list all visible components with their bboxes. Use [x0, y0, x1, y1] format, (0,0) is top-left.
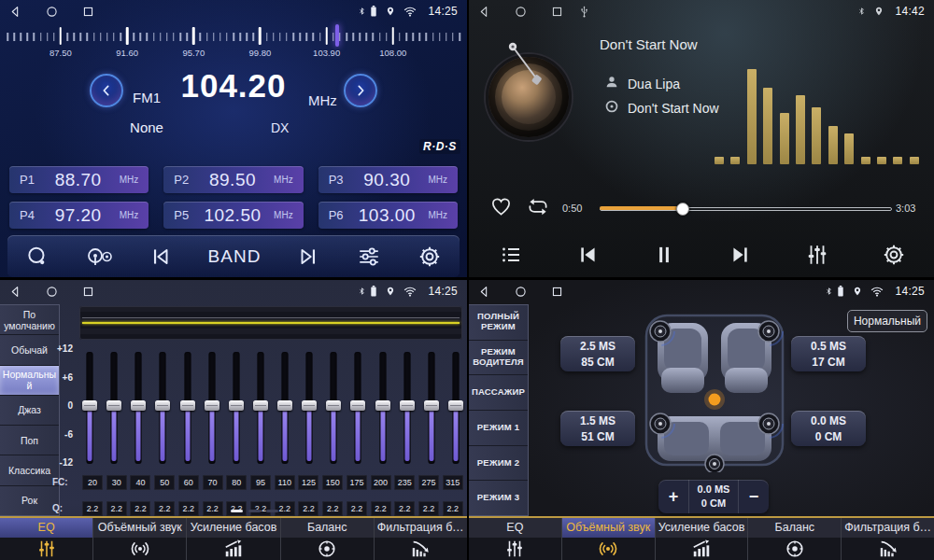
listener-position-dot[interactable]	[709, 394, 721, 406]
eq-band-slider[interactable]	[326, 352, 341, 464]
tab-bass-boost[interactable]: Усиление басов	[655, 518, 748, 560]
soundfield-mode-item[interactable]: РЕЖИМ 1	[469, 411, 528, 446]
eq-slider-thumb[interactable]	[106, 400, 121, 411]
tab-eq[interactable]: EQ	[0, 518, 92, 560]
favorite-button[interactable]	[489, 196, 513, 220]
eq-band-slider[interactable]	[131, 352, 146, 464]
frequency-tick	[366, 33, 368, 41]
tab-filter[interactable]: Фильтрация басов	[374, 518, 467, 560]
back-button[interactable]	[9, 6, 21, 18]
soundfield-mode-item[interactable]: РЕЖИМ ВОДИТЕЛЯ	[469, 341, 528, 376]
audio-settings-button[interactable]	[356, 245, 382, 269]
eq-slider-thumb[interactable]	[400, 400, 415, 411]
eq-band-slider[interactable]	[180, 352, 195, 464]
scan-button[interactable]	[25, 245, 50, 269]
eq-slider-thumb[interactable]	[180, 400, 195, 411]
preset-unit: MHz	[423, 175, 447, 185]
previous-station-button[interactable]	[149, 245, 173, 269]
eq-slider-thumb[interactable]	[277, 400, 292, 411]
radio-frequency-scale[interactable]: 87.5091.6095.7099.80103.90108.00	[7, 24, 460, 58]
increase-delay-button[interactable]: +	[658, 480, 688, 513]
front-right-delay-button[interactable]: 0.5 MS 17 CM	[791, 336, 866, 371]
pause-button[interactable]	[652, 243, 676, 267]
eq-slider-thumb[interactable]	[448, 400, 463, 411]
decrease-delay-button[interactable]: −	[739, 480, 769, 513]
eq-slider-thumb[interactable]	[82, 400, 97, 411]
tab-surround-sound[interactable]: Объёмный звук	[561, 518, 655, 560]
settings-button[interactable]	[417, 245, 442, 269]
eq-band-slider[interactable]	[277, 352, 292, 464]
home-button[interactable]	[515, 286, 527, 298]
preset-p5[interactable]: P5102.50MHz	[163, 202, 303, 229]
equalizer-button[interactable]	[805, 243, 829, 267]
tab-bass-boost[interactable]: Усиление басов	[186, 518, 279, 560]
next-station-button[interactable]	[296, 245, 320, 269]
tab-balance[interactable]: Баланс	[280, 518, 374, 560]
eq-band-slider[interactable]	[350, 352, 365, 464]
tab-filter[interactable]: Фильтрация басов	[841, 518, 934, 560]
eq-band-slider[interactable]	[448, 352, 463, 464]
eq-band-slider[interactable]	[82, 352, 97, 464]
preset-p4[interactable]: P497.20MHz	[9, 202, 149, 229]
repeat-button[interactable]	[525, 196, 551, 220]
seek-bar[interactable]	[600, 202, 892, 215]
tab-balance[interactable]: Баланс	[747, 518, 841, 560]
preset-unit: MHz	[114, 175, 138, 185]
front-left-delay-button[interactable]: 2.5 MS 85 CM	[560, 336, 635, 371]
home-button[interactable]	[46, 6, 58, 18]
eq-slider-thumb[interactable]	[424, 400, 439, 411]
eq-slider-thumb[interactable]	[326, 400, 341, 411]
tune-down-button[interactable]	[90, 74, 123, 107]
back-button[interactable]	[478, 286, 490, 298]
tab-surround-sound[interactable]: Объёмный звук	[92, 518, 186, 560]
preset-p3[interactable]: P390.30MHz	[318, 166, 458, 193]
back-button[interactable]	[478, 6, 490, 18]
recents-button[interactable]	[551, 6, 563, 18]
eq-slider-thumb[interactable]	[350, 400, 365, 411]
preset-p1[interactable]: P188.70MHz	[9, 166, 149, 193]
eq-preset-item[interactable]: Рок	[0, 486, 59, 515]
back-button[interactable]	[9, 286, 21, 298]
band-button[interactable]: BAND	[208, 246, 262, 267]
home-button[interactable]	[515, 6, 527, 18]
eq-band-slider[interactable]	[106, 352, 121, 464]
eq-band-slider[interactable]	[229, 352, 244, 464]
seek-thumb[interactable]	[676, 203, 689, 216]
eq-q-value: 2.2	[130, 501, 150, 516]
preset-p6[interactable]: P6103.00MHz	[318, 202, 458, 229]
recents-button[interactable]	[551, 286, 563, 298]
playlist-button[interactable]	[499, 244, 523, 266]
next-track-button[interactable]	[729, 243, 753, 267]
eq-band-slider[interactable]	[205, 352, 219, 464]
rear-right-delay-button[interactable]: 0.0 MS 0 CM	[791, 411, 866, 446]
eq-band-slider[interactable]	[375, 352, 390, 464]
eq-slider-thumb[interactable]	[375, 400, 390, 411]
soundfield-mode-item[interactable]: ПАССАЖИР	[469, 375, 528, 411]
eq-preset-item[interactable]: По умолчанию	[0, 305, 59, 335]
soundfield-mode-item[interactable]: РЕЖИМ 2	[469, 446, 528, 482]
settings-button[interactable]	[882, 243, 906, 267]
eq-slider-thumb[interactable]	[253, 400, 268, 411]
eq-band-slider[interactable]	[424, 352, 439, 464]
rear-left-delay-button[interactable]: 1.5 MS 51 CM	[560, 411, 635, 446]
home-button[interactable]	[46, 286, 58, 298]
eq-slider-thumb[interactable]	[205, 400, 219, 411]
tune-up-button[interactable]	[344, 74, 377, 107]
soundfield-mode-item[interactable]: РЕЖИМ 3	[469, 481, 528, 515]
eq-band-slider[interactable]	[155, 352, 170, 464]
eq-band-slider[interactable]	[302, 352, 317, 464]
recents-button[interactable]	[82, 286, 94, 298]
tab-eq[interactable]: EQ	[469, 518, 561, 560]
soundfield-mode-item[interactable]: ПОЛНЫЙ РЕЖИМ	[469, 305, 528, 341]
eq-slider-thumb[interactable]	[131, 400, 146, 411]
eq-band-slider[interactable]	[400, 352, 415, 464]
preset-p2[interactable]: P289.50MHz	[163, 166, 303, 193]
sound-preset-button[interactable]: Нормальный	[847, 310, 927, 332]
eq-slider-thumb[interactable]	[302, 400, 317, 411]
eq-slider-thumb[interactable]	[229, 400, 244, 411]
previous-track-button[interactable]	[575, 243, 600, 267]
recents-button[interactable]	[82, 6, 94, 18]
eq-band-slider[interactable]	[253, 352, 268, 464]
eq-slider-thumb[interactable]	[155, 400, 170, 411]
radio-seek-button[interactable]	[85, 245, 113, 269]
